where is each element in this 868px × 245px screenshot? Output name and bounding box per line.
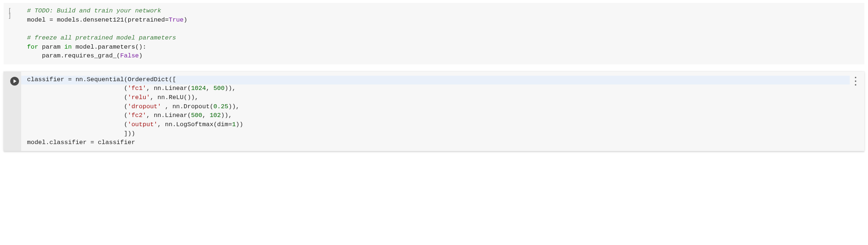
comment-line: # TODO: Build and train your network bbox=[27, 7, 161, 14]
kebab-dot-icon bbox=[855, 84, 856, 86]
code-text[interactable]: # TODO: Build and train your network mod… bbox=[27, 7, 857, 61]
code-text[interactable]: classifier = nn.Sequential(OrderedDict([… bbox=[27, 75, 857, 147]
code-editor[interactable]: classifier = nn.Sequential(OrderedDict([… bbox=[21, 75, 861, 147]
run-cell-button[interactable] bbox=[10, 77, 19, 86]
kebab-dot-icon bbox=[855, 80, 856, 82]
code-cell-2[interactable]: classifier = nn.Sequential(OrderedDict([… bbox=[4, 72, 864, 151]
cell-options-menu[interactable] bbox=[852, 77, 859, 86]
code-cell-1[interactable]: [ ] # TODO: Build and train your network… bbox=[4, 3, 864, 64]
comment-line: # freeze all pretrained model parameters bbox=[27, 34, 176, 41]
cell-gutter bbox=[8, 75, 21, 86]
kebab-dot-icon bbox=[855, 77, 856, 78]
code-editor[interactable]: # TODO: Build and train your network mod… bbox=[21, 7, 861, 61]
ident: model bbox=[27, 16, 46, 23]
cell-gutter: [ ] bbox=[8, 7, 21, 19]
exec-indicator[interactable]: [ ] bbox=[8, 8, 21, 19]
play-icon bbox=[14, 79, 16, 83]
notebook: [ ] # TODO: Build and train your network… bbox=[0, 0, 868, 169]
